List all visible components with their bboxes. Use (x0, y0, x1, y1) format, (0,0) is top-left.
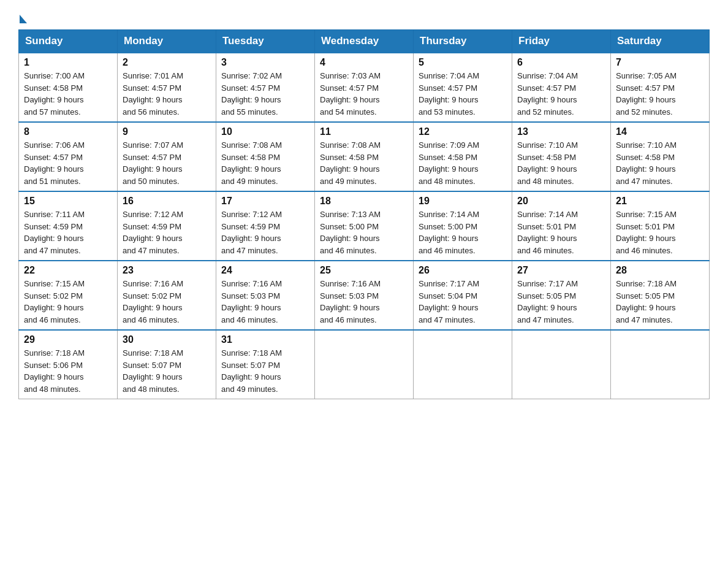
calendar-cell: 2Sunrise: 7:01 AMSunset: 4:57 PMDaylight… (118, 53, 216, 122)
day-info: Sunrise: 7:00 AMSunset: 4:58 PMDaylight:… (24, 70, 112, 118)
calendar-cell: 27Sunrise: 7:17 AMSunset: 5:05 PMDayligh… (512, 261, 611, 330)
calendar-cell: 25Sunrise: 7:16 AMSunset: 5:03 PMDayligh… (315, 261, 414, 330)
day-info: Sunrise: 7:10 AMSunset: 4:58 PMDaylight:… (517, 139, 605, 187)
calendar-cell: 24Sunrise: 7:16 AMSunset: 5:03 PMDayligh… (216, 261, 315, 330)
calendar-cell: 26Sunrise: 7:17 AMSunset: 5:04 PMDayligh… (414, 261, 512, 330)
day-info: Sunrise: 7:06 AMSunset: 4:57 PMDaylight:… (24, 139, 112, 187)
day-info: Sunrise: 7:12 AMSunset: 4:59 PMDaylight:… (221, 209, 309, 256)
calendar-week-row: 1Sunrise: 7:00 AMSunset: 4:58 PMDaylight… (19, 53, 710, 122)
day-info: Sunrise: 7:04 AMSunset: 4:57 PMDaylight:… (419, 70, 507, 118)
calendar-cell: 1Sunrise: 7:00 AMSunset: 4:58 PMDaylight… (19, 53, 118, 122)
day-info: Sunrise: 7:18 AMSunset: 5:07 PMDaylight:… (123, 347, 211, 395)
day-info: Sunrise: 7:10 AMSunset: 4:58 PMDaylight:… (616, 139, 704, 187)
day-info: Sunrise: 7:12 AMSunset: 4:59 PMDaylight:… (123, 209, 211, 256)
header-monday: Monday (118, 30, 216, 53)
calendar-cell: 18Sunrise: 7:13 AMSunset: 5:00 PMDayligh… (315, 191, 414, 261)
header-saturday: Saturday (611, 30, 710, 53)
day-number: 20 (517, 196, 605, 207)
day-number: 7 (616, 57, 704, 68)
day-info: Sunrise: 7:08 AMSunset: 4:58 PMDaylight:… (221, 139, 309, 187)
header-sunday: Sunday (19, 30, 118, 53)
header-tuesday: Tuesday (216, 30, 315, 53)
day-number: 12 (419, 126, 507, 137)
day-info: Sunrise: 7:14 AMSunset: 5:01 PMDaylight:… (517, 209, 605, 256)
day-info: Sunrise: 7:05 AMSunset: 4:57 PMDaylight:… (616, 70, 704, 118)
day-number: 18 (320, 196, 408, 207)
calendar-cell: 3Sunrise: 7:02 AMSunset: 4:57 PMDaylight… (216, 53, 315, 122)
day-info: Sunrise: 7:17 AMSunset: 5:04 PMDaylight:… (419, 278, 507, 326)
day-number: 27 (517, 265, 605, 276)
day-number: 9 (123, 126, 211, 137)
logo (18, 12, 27, 23)
calendar-cell: 10Sunrise: 7:08 AMSunset: 4:58 PMDayligh… (216, 122, 315, 191)
calendar-cell: 19Sunrise: 7:14 AMSunset: 5:00 PMDayligh… (414, 191, 512, 261)
day-info: Sunrise: 7:16 AMSunset: 5:03 PMDaylight:… (320, 278, 408, 326)
day-info: Sunrise: 7:15 AMSunset: 5:01 PMDaylight:… (616, 209, 704, 256)
day-number: 2 (123, 57, 211, 68)
calendar-cell (414, 330, 512, 399)
header-wednesday: Wednesday (315, 30, 414, 53)
logo-triangle-icon (20, 15, 27, 23)
day-info: Sunrise: 7:14 AMSunset: 5:00 PMDaylight:… (419, 209, 507, 256)
day-number: 8 (24, 126, 112, 137)
day-info: Sunrise: 7:04 AMSunset: 4:57 PMDaylight:… (517, 70, 605, 118)
calendar-cell: 16Sunrise: 7:12 AMSunset: 4:59 PMDayligh… (118, 191, 216, 261)
day-info: Sunrise: 7:03 AMSunset: 4:57 PMDaylight:… (320, 70, 408, 118)
day-info: Sunrise: 7:11 AMSunset: 4:59 PMDaylight:… (24, 209, 112, 256)
day-info: Sunrise: 7:15 AMSunset: 5:02 PMDaylight:… (24, 278, 112, 326)
day-info: Sunrise: 7:18 AMSunset: 5:05 PMDaylight:… (616, 278, 704, 326)
calendar-cell: 14Sunrise: 7:10 AMSunset: 4:58 PMDayligh… (611, 122, 710, 191)
calendar-week-row: 15Sunrise: 7:11 AMSunset: 4:59 PMDayligh… (19, 191, 710, 261)
calendar-cell: 4Sunrise: 7:03 AMSunset: 4:57 PMDaylight… (315, 53, 414, 122)
calendar-cell: 12Sunrise: 7:09 AMSunset: 4:58 PMDayligh… (414, 122, 512, 191)
day-number: 24 (221, 265, 309, 276)
calendar-cell: 6Sunrise: 7:04 AMSunset: 4:57 PMDaylight… (512, 53, 611, 122)
calendar-week-row: 29Sunrise: 7:18 AMSunset: 5:06 PMDayligh… (19, 330, 710, 399)
day-number: 14 (616, 126, 704, 137)
calendar-cell: 5Sunrise: 7:04 AMSunset: 4:57 PMDaylight… (414, 53, 512, 122)
calendar-cell: 22Sunrise: 7:15 AMSunset: 5:02 PMDayligh… (19, 261, 118, 330)
day-number: 4 (320, 57, 408, 68)
calendar-cell: 15Sunrise: 7:11 AMSunset: 4:59 PMDayligh… (19, 191, 118, 261)
day-info: Sunrise: 7:16 AMSunset: 5:02 PMDaylight:… (123, 278, 211, 326)
calendar-cell: 20Sunrise: 7:14 AMSunset: 5:01 PMDayligh… (512, 191, 611, 261)
day-number: 6 (517, 57, 605, 68)
day-number: 30 (123, 334, 211, 345)
calendar-cell (611, 330, 710, 399)
calendar-cell (512, 330, 611, 399)
day-number: 19 (419, 196, 507, 207)
day-number: 23 (123, 265, 211, 276)
calendar-cell: 7Sunrise: 7:05 AMSunset: 4:57 PMDaylight… (611, 53, 710, 122)
day-number: 31 (221, 334, 309, 345)
day-number: 3 (221, 57, 309, 68)
header-friday: Friday (512, 30, 611, 53)
day-number: 21 (616, 196, 704, 207)
calendar-cell: 30Sunrise: 7:18 AMSunset: 5:07 PMDayligh… (118, 330, 216, 399)
calendar-cell: 23Sunrise: 7:16 AMSunset: 5:02 PMDayligh… (118, 261, 216, 330)
day-number: 15 (24, 196, 112, 207)
day-number: 22 (24, 265, 112, 276)
calendar-cell: 28Sunrise: 7:18 AMSunset: 5:05 PMDayligh… (611, 261, 710, 330)
calendar-cell: 17Sunrise: 7:12 AMSunset: 4:59 PMDayligh… (216, 191, 315, 261)
calendar-cell: 13Sunrise: 7:10 AMSunset: 4:58 PMDayligh… (512, 122, 611, 191)
day-info: Sunrise: 7:08 AMSunset: 4:58 PMDaylight:… (320, 139, 408, 187)
calendar-cell (315, 330, 414, 399)
calendar-cell: 31Sunrise: 7:18 AMSunset: 5:07 PMDayligh… (216, 330, 315, 399)
day-info: Sunrise: 7:17 AMSunset: 5:05 PMDaylight:… (517, 278, 605, 326)
day-info: Sunrise: 7:02 AMSunset: 4:57 PMDaylight:… (221, 70, 309, 118)
day-number: 28 (616, 265, 704, 276)
day-info: Sunrise: 7:01 AMSunset: 4:57 PMDaylight:… (123, 70, 211, 118)
calendar-header-row: Sunday Monday Tuesday Wednesday Thursday… (19, 30, 710, 53)
day-info: Sunrise: 7:09 AMSunset: 4:58 PMDaylight:… (419, 139, 507, 187)
day-info: Sunrise: 7:13 AMSunset: 5:00 PMDaylight:… (320, 209, 408, 256)
day-number: 5 (419, 57, 507, 68)
calendar-cell: 8Sunrise: 7:06 AMSunset: 4:57 PMDaylight… (19, 122, 118, 191)
calendar-week-row: 8Sunrise: 7:06 AMSunset: 4:57 PMDaylight… (19, 122, 710, 191)
calendar-cell: 29Sunrise: 7:18 AMSunset: 5:06 PMDayligh… (19, 330, 118, 399)
day-number: 10 (221, 126, 309, 137)
calendar-table: Sunday Monday Tuesday Wednesday Thursday… (18, 29, 710, 399)
header-area (18, 12, 710, 23)
day-number: 16 (123, 196, 211, 207)
day-number: 11 (320, 126, 408, 137)
day-number: 26 (419, 265, 507, 276)
